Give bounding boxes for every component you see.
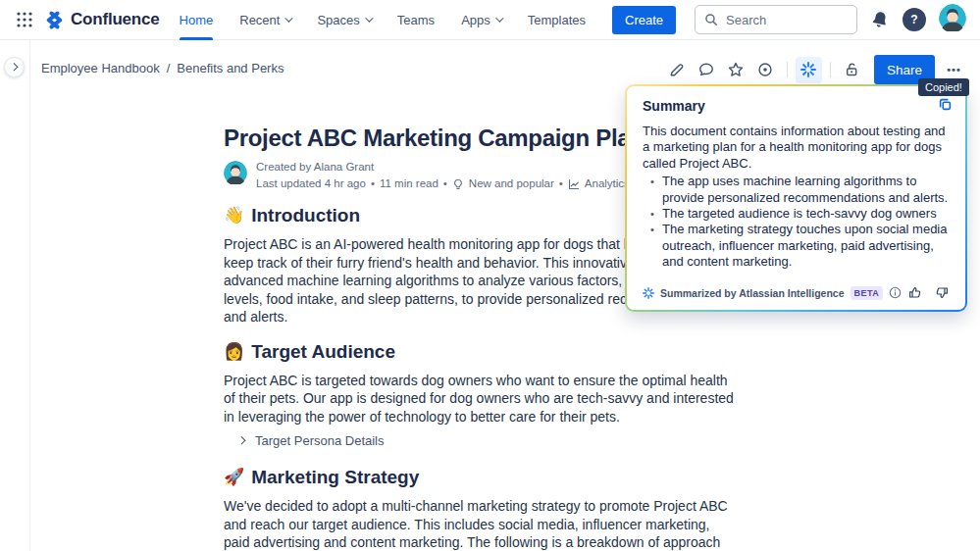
dot-separator: • [371, 177, 375, 190]
lightbulb-icon [452, 178, 464, 190]
copied-tooltip: Copied! [918, 78, 969, 96]
analytics-link[interactable]: Analytics [585, 177, 630, 190]
summary-attribution: Summarized by Atlassian Intelligence [660, 287, 845, 299]
edit-pencil-icon[interactable] [664, 57, 691, 83]
section-heading-marketing-strategy: 🚀 Marketing Strategy [224, 466, 734, 489]
expand-target-persona-details[interactable]: Target Persona Details [224, 433, 734, 448]
search-box[interactable] [695, 5, 857, 34]
nav-item-recent[interactable]: Recent [239, 0, 290, 40]
search-icon [704, 13, 718, 26]
nav-item-spaces[interactable]: Spaces [317, 0, 370, 40]
read-time-text: 11 min read [380, 177, 438, 190]
breadcrumb-benefits-and-perks[interactable]: Benefits and Perks [177, 61, 284, 75]
top-navigation: Confluence Home Recent Spaces Teams Apps… [0, 0, 980, 40]
thumbs-down-icon[interactable] [935, 285, 950, 300]
thumbs-up-icon[interactable] [907, 285, 922, 300]
summary-intro: This document contains information about… [643, 124, 950, 172]
marketing-strategy-paragraph: We've decided to adopt a multi-channel m… [224, 497, 734, 551]
summary-bullet: The app uses machine learning algorithms… [650, 174, 950, 206]
copy-icon[interactable] [938, 97, 953, 112]
confluence-logo[interactable]: Confluence [45, 10, 160, 29]
nav-item-apps[interactable]: Apps [461, 0, 501, 40]
primary-nav: Home Recent Spaces Teams Apps Templates [180, 0, 586, 40]
wave-emoji: 👋 [224, 204, 244, 227]
summary-bullet: The marketing strategy touches upon soci… [650, 222, 950, 270]
summary-bullet-list: The app uses machine learning algorithms… [643, 174, 950, 270]
nav-item-teams[interactable]: Teams [397, 0, 435, 40]
analytics-chart-icon [568, 178, 580, 190]
new-and-popular-badge[interactable]: New and popular [469, 177, 554, 190]
watch-eye-icon[interactable] [752, 57, 779, 83]
breadcrumb-employee-handbook[interactable]: Employee Handbook [41, 61, 160, 75]
author-avatar[interactable] [224, 161, 247, 188]
search-input[interactable] [724, 12, 848, 28]
summary-body: This document contains information about… [643, 124, 950, 271]
beta-badge: BETA [851, 286, 884, 300]
unlock-icon[interactable] [839, 57, 865, 83]
chevron-right-icon [237, 436, 245, 444]
chevron-down-icon [365, 14, 373, 22]
target-audience-paragraph: Project ABC is targeted towards dog owne… [224, 372, 734, 426]
nav-right-cluster: ? [695, 4, 966, 35]
summary-footer: Summarized by Atlassian Intelligence BET… [643, 277, 950, 300]
app-switcher-icon[interactable] [10, 5, 39, 34]
comment-icon[interactable] [694, 57, 720, 83]
summary-bullet: The targeted audience is tech-savvy dog … [650, 206, 950, 222]
atlassian-intelligence-icon[interactable] [796, 57, 822, 83]
help-icon[interactable]: ? [903, 8, 926, 31]
toolbar-divider [787, 62, 788, 77]
product-name: Confluence [71, 10, 160, 29]
atlassian-intelligence-icon [643, 287, 654, 299]
notifications-bell-icon[interactable] [868, 8, 892, 31]
nav-item-home[interactable]: Home [180, 0, 214, 40]
woman-emoji: 👩 [224, 340, 244, 364]
summary-title: Summary [643, 98, 950, 114]
confluence-logo-icon [45, 11, 64, 29]
toolbar-divider [830, 62, 831, 77]
create-button[interactable]: Create [612, 6, 676, 34]
chevron-right-icon [10, 63, 18, 71]
chevron-down-icon [495, 14, 503, 22]
star-icon[interactable] [723, 57, 749, 83]
dot-separator: • [559, 177, 563, 190]
breadcrumb: Employee Handbook / Benefits and Perks [41, 61, 284, 75]
breadcrumb-separator: / [167, 61, 171, 75]
expand-sidebar-button[interactable] [4, 57, 25, 77]
nav-item-templates[interactable]: Templates [528, 0, 586, 40]
section-heading-target-audience: 👩 Target Audience [224, 340, 734, 364]
chevron-down-icon [285, 14, 293, 22]
dot-separator: • [443, 177, 447, 190]
ai-summary-popup: Summary This document contains informati… [625, 84, 967, 312]
user-avatar[interactable] [939, 4, 966, 35]
rocket-emoji: 🚀 [224, 466, 244, 489]
info-icon[interactable] [889, 286, 902, 299]
sidebar-divider [29, 40, 30, 551]
last-updated-text: Last updated 4 hr ago [256, 177, 366, 190]
